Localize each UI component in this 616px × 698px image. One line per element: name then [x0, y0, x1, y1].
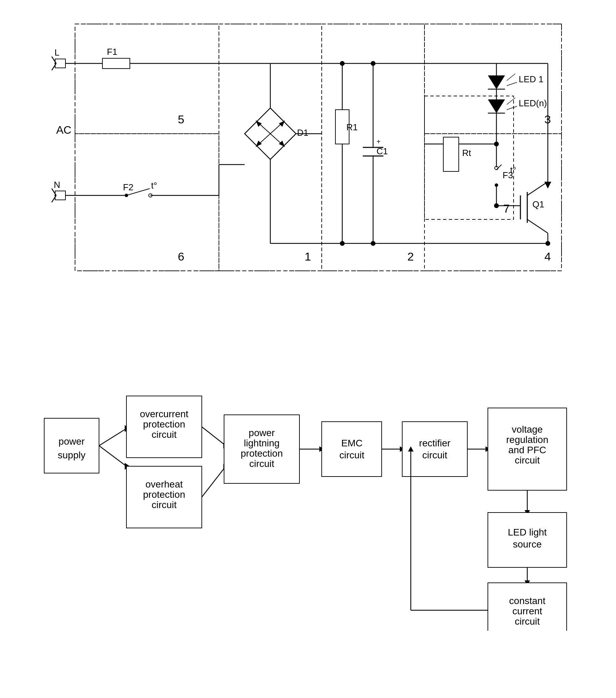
voltage-label1: voltage [512, 424, 543, 435]
ac-label: AC [56, 124, 71, 136]
constant-label2: current [512, 606, 542, 616]
power-lightning-label3: protection [241, 448, 283, 459]
overcurrent-label3: circuit [151, 429, 176, 440]
power-lightning-label2: lightning [244, 438, 280, 448]
power-lightning-label4: circuit [249, 458, 274, 469]
overheat-label1: overheat [146, 479, 183, 490]
junction-bot-q1 [545, 241, 550, 246]
emc-label2: circuit [339, 450, 364, 460]
svg-marker-78 [544, 182, 551, 189]
junction-bot [340, 241, 345, 246]
block-diagram: power supply overcurrent protection circ… [34, 322, 582, 632]
svg-line-56 [507, 82, 517, 86]
svg-rect-2 [75, 134, 219, 271]
svg-line-83 [99, 446, 126, 466]
rectifier-label1: rectifier [419, 438, 451, 448]
voltage-label4: circuit [515, 455, 540, 466]
overcurrent-label1: overcurrent [140, 409, 188, 419]
circuit-diagram: 5 6 1 2 3 4 7 AC L F1 N [34, 14, 582, 295]
q1-label: Q1 [532, 199, 544, 209]
overheat-label2: protection [143, 489, 185, 500]
t-label: t° [510, 165, 516, 175]
r1-label: R1 [346, 122, 358, 132]
section-num-6: 6 [178, 250, 184, 263]
overheat-label3: circuit [151, 500, 176, 510]
svg-rect-1 [75, 24, 219, 134]
led-light-label1: LED light [508, 527, 547, 538]
constant-label1: constant [509, 595, 545, 606]
emc-box [322, 422, 382, 477]
power-supply-label: power [59, 436, 85, 447]
rt-label: Rt [462, 148, 471, 158]
svg-line-60 [507, 98, 515, 105]
junction-top-r1 [340, 61, 345, 66]
led1-label: LED 1 [519, 74, 543, 84]
t2-label: t° [151, 180, 157, 191]
constant-label3: circuit [515, 616, 540, 627]
section-num-7: 7 [503, 202, 510, 215]
d1-label: D1 [297, 128, 308, 138]
svg-rect-0 [75, 24, 562, 271]
svg-line-85 [202, 427, 226, 446]
svg-rect-9 [55, 59, 65, 68]
svg-marker-53 [488, 75, 505, 89]
led-light-label2: source [513, 539, 542, 550]
voltage-label3: and PFC [508, 445, 546, 455]
svg-rect-15 [102, 58, 130, 69]
emc-label1: EMC [341, 438, 362, 448]
power-lightning-label1: power [249, 428, 275, 438]
rectifier-label2: circuit [422, 450, 447, 460]
f1-label: F1 [107, 47, 117, 57]
svg-line-74 [527, 182, 548, 195]
c1-label: C1 [377, 146, 388, 156]
l-label: L [54, 47, 59, 58]
svg-line-61 [507, 106, 517, 110]
voltage-label2: regulation [506, 434, 549, 445]
svg-line-55 [507, 74, 515, 81]
svg-line-76 [527, 219, 548, 233]
svg-line-87 [202, 466, 226, 497]
svg-rect-64 [443, 137, 459, 171]
section-num-5: 5 [178, 113, 184, 126]
ledn-label: LED(n) [519, 98, 547, 108]
cap-plus: + [377, 138, 381, 145]
power-supply-label2: supply [58, 450, 86, 460]
section-num-4: 4 [544, 250, 551, 263]
overcurrent-label2: protection [143, 419, 185, 430]
svg-line-81 [99, 429, 126, 446]
svg-marker-58 [488, 99, 505, 113]
n-label: N [54, 180, 60, 190]
f2-label: F2 [123, 182, 133, 192]
section-num-1: 1 [305, 250, 311, 263]
svg-rect-18 [55, 191, 65, 200]
section-num-2: 2 [407, 250, 414, 263]
